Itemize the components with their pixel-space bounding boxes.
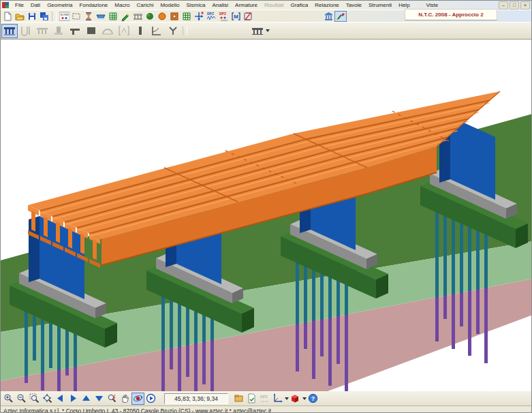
zoom-extents-icon[interactable] xyxy=(41,393,54,405)
mesh-grid-icon[interactable] xyxy=(181,11,193,22)
svg-text:DPZ: DPZ xyxy=(207,12,214,16)
view-fork-icon[interactable] xyxy=(165,24,181,38)
menu-armature[interactable]: Armature xyxy=(232,1,261,10)
app-icon xyxy=(2,2,9,8)
view-bridge-icon[interactable] xyxy=(34,24,50,38)
menu-macro[interactable]: Macro xyxy=(111,1,133,10)
application-window: File Dati Geometria Fondazione Macro Car… xyxy=(0,0,532,413)
foundation-grid-icon[interactable] xyxy=(107,11,119,22)
minimize-button[interactable]: – xyxy=(499,1,508,10)
solid-view-cube-icon[interactable] xyxy=(289,393,307,405)
model-viewport[interactable] xyxy=(1,39,532,391)
open-folder-icon[interactable] xyxy=(14,11,26,22)
svg-text:DPZ: DPZ xyxy=(219,12,226,16)
svg-text:M: M xyxy=(234,14,238,20)
view-bar-icon[interactable] xyxy=(132,24,148,38)
menu-dati[interactable]: Dati xyxy=(27,1,44,10)
help-icon[interactable]: ? xyxy=(307,393,319,405)
menu-geometria[interactable]: Geometria xyxy=(44,1,76,10)
menu-strumenti[interactable]: Strumenti xyxy=(365,1,395,10)
menu-risultati: Risultati xyxy=(261,1,287,10)
toolbar-separator xyxy=(183,26,187,35)
zoom-dynamic-icon[interactable] xyxy=(106,393,119,405)
menu-relazione[interactable]: Relazione xyxy=(311,1,343,10)
chevron-down-icon xyxy=(302,397,307,400)
dpz-spectrum-icon[interactable]: DPZ xyxy=(205,11,217,22)
pan-right-icon[interactable] xyxy=(67,393,80,405)
selection-box-icon[interactable] xyxy=(70,11,82,22)
chevron-down-icon xyxy=(285,397,289,400)
rebar-icon[interactable] xyxy=(242,11,254,22)
svg-text:?: ? xyxy=(311,395,315,402)
section-box-icon[interactable] xyxy=(168,11,181,22)
menu-grafica[interactable]: Grafica xyxy=(287,1,311,10)
edit-pencil-icon[interactable] xyxy=(119,11,131,22)
status-text: Aztec Informatica s.r.l. * Corso Umberto… xyxy=(3,408,271,413)
view-diagram-icon[interactable] xyxy=(148,24,165,38)
coordinates-display: 45,83; 3,36; 9,34 xyxy=(164,393,228,404)
orbit-icon[interactable] xyxy=(131,393,144,405)
zoom-window-icon[interactable] xyxy=(28,393,41,405)
menu-fondazione[interactable]: Fondazione xyxy=(76,1,111,10)
view-mode-dropdown[interactable] xyxy=(249,24,272,38)
svg-text:NORM: NORM xyxy=(60,13,68,16)
pan-down-icon[interactable] xyxy=(93,393,106,405)
pan-up-icon[interactable] xyxy=(80,393,93,405)
window-controls: – □ × xyxy=(499,1,530,10)
bridge-3d-scene xyxy=(1,40,532,391)
hourglass-icon[interactable] xyxy=(82,11,95,22)
norm-standards-icon[interactable]: NORM xyxy=(58,11,70,22)
material-green-icon[interactable] xyxy=(144,11,156,22)
building-icon[interactable] xyxy=(322,11,334,22)
menu-carichi[interactable]: Carichi xyxy=(134,1,157,10)
chevron-down-icon xyxy=(266,29,270,32)
report-check-icon[interactable] xyxy=(245,393,258,405)
restore-button[interactable]: □ xyxy=(510,1,519,10)
close-button[interactable]: × xyxy=(520,1,530,10)
view-pier-icon[interactable] xyxy=(50,24,67,38)
material-orange-icon[interactable] xyxy=(156,11,168,22)
dpz-seismic-icon[interactable]: DPZ xyxy=(217,11,230,22)
new-document-icon[interactable] xyxy=(1,11,14,22)
render-brush-icon[interactable] xyxy=(334,11,347,22)
view-arc-icon[interactable] xyxy=(99,24,116,38)
toolbar-separator xyxy=(52,12,57,21)
view-u-icon[interactable] xyxy=(18,24,34,38)
design-code-banner: N.T.C. 2008 - Approccio 2 xyxy=(405,9,497,20)
save-icon[interactable] xyxy=(26,11,38,22)
dpz-toggle-icon[interactable]: DPZ xyxy=(258,393,271,405)
bridge-model-icon[interactable] xyxy=(131,11,144,22)
layers-folder-icon[interactable] xyxy=(232,393,245,405)
menu-file[interactable]: File xyxy=(12,1,27,10)
zoom-in-icon[interactable] xyxy=(2,393,15,405)
menu-tavole[interactable]: Tavole xyxy=(343,1,365,10)
axes-icon[interactable] xyxy=(271,393,289,405)
main-toolbar: NORM DPZ DPZ M xyxy=(1,10,531,22)
menu-analisi[interactable]: Analisi xyxy=(208,1,232,10)
zoom-out-icon[interactable] xyxy=(15,393,28,405)
view-deck-corner-icon[interactable] xyxy=(67,24,83,38)
pan-left-icon[interactable] xyxy=(54,393,67,405)
deck-section-icon[interactable] xyxy=(95,11,107,22)
view-moment-icon[interactable] xyxy=(116,24,132,38)
moment-diagram-icon[interactable]: M xyxy=(230,11,242,22)
status-bar: Aztec Informatica s.r.l. * Corso Umberto… xyxy=(1,406,531,413)
menu-modello[interactable]: Modello xyxy=(157,1,183,10)
view-complete-icon[interactable] xyxy=(1,24,18,38)
save-all-icon[interactable] xyxy=(38,11,50,22)
pan-hand-icon[interactable] xyxy=(119,393,131,405)
menu-sismica[interactable]: Sismica xyxy=(183,1,208,10)
svg-text:DPZ: DPZ xyxy=(260,395,268,399)
loads-icon[interactable] xyxy=(193,11,205,22)
navigation-toolbar: 45,83; 3,36; 9,34 DPZ ? xyxy=(1,391,531,406)
view-solid-icon[interactable] xyxy=(83,24,99,38)
view-toolbar xyxy=(1,22,531,39)
animate-play-icon[interactable] xyxy=(144,393,157,405)
